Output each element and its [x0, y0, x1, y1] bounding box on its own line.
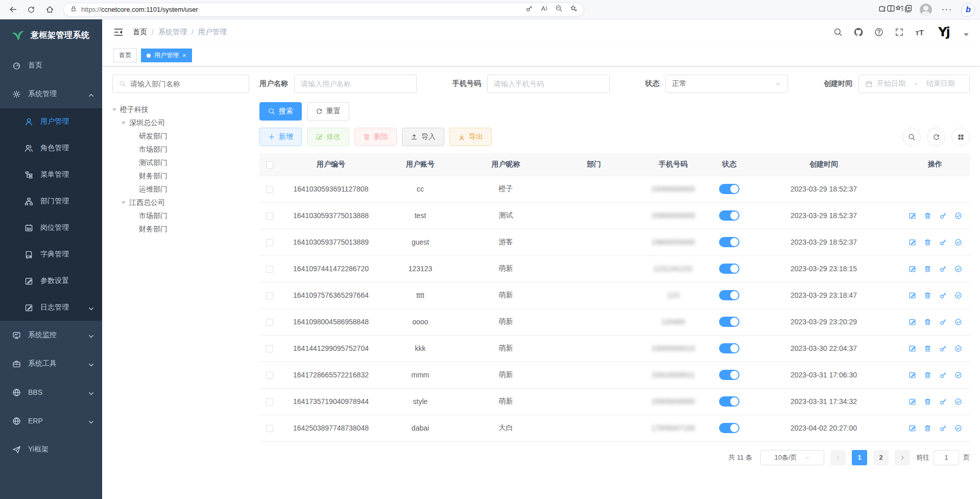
row-assign-role-icon[interactable]	[954, 318, 962, 326]
row-delete-icon[interactable]	[924, 398, 931, 406]
row-delete-icon[interactable]	[924, 371, 931, 379]
status-toggle[interactable]	[719, 317, 739, 327]
row-checkbox[interactable]	[266, 266, 273, 273]
bing-chat-icon[interactable]: b	[962, 3, 975, 16]
sidebar-collapse-icon[interactable]	[113, 27, 124, 37]
sidebar-logo[interactable]: 意框架管理系统	[0, 19, 102, 51]
sidebar-item-1[interactable]: 系统管理	[0, 80, 102, 108]
export-button[interactable]: 导出	[449, 128, 492, 146]
row-edit-icon[interactable]	[909, 345, 916, 352]
sidebar-item-5[interactable]: 部门管理	[0, 188, 102, 215]
row-assign-role-icon[interactable]	[954, 371, 962, 379]
row-reset-password-icon[interactable]	[939, 371, 947, 379]
status-select[interactable]: 正常	[665, 75, 788, 93]
table-search-toggle-button[interactable]	[902, 128, 921, 146]
tree-node[interactable]: 财务部门	[112, 170, 249, 183]
tree-node[interactable]: 市场部门	[112, 209, 249, 223]
tree-expand-icon[interactable]	[112, 108, 116, 111]
row-reset-password-icon[interactable]	[939, 265, 947, 273]
row-edit-icon[interactable]	[909, 239, 916, 246]
status-toggle[interactable]	[719, 184, 739, 194]
row-delete-icon[interactable]	[924, 318, 931, 326]
row-assign-role-icon[interactable]	[954, 424, 962, 432]
row-edit-icon[interactable]	[909, 398, 916, 406]
row-checkbox[interactable]	[266, 372, 273, 379]
row-edit-icon[interactable]	[909, 424, 916, 432]
page-size-select[interactable]: 10条/页	[760, 450, 824, 465]
read-aloud-icon[interactable]	[540, 5, 548, 14]
prev-page-button[interactable]	[830, 450, 846, 465]
tag-close-icon[interactable]: ×	[182, 52, 186, 59]
sidebar-item-9[interactable]: 日志管理	[0, 294, 102, 321]
goto-page-input[interactable]	[934, 450, 959, 465]
add-button[interactable]: 新增	[259, 128, 302, 146]
help-icon[interactable]	[874, 28, 883, 37]
row-checkbox[interactable]	[266, 319, 273, 326]
select-all-checkbox[interactable]	[266, 161, 273, 169]
browser-back-button[interactable]	[5, 2, 20, 17]
row-checkbox[interactable]	[266, 292, 273, 299]
status-toggle[interactable]	[719, 290, 739, 300]
reset-button[interactable]: 重置	[307, 102, 349, 121]
status-toggle[interactable]	[719, 423, 739, 433]
row-edit-icon[interactable]	[909, 292, 916, 299]
row-checkbox[interactable]	[266, 239, 273, 246]
tree-node[interactable]: 深圳总公司	[112, 116, 249, 130]
row-checkbox[interactable]	[266, 398, 273, 406]
row-reset-password-icon[interactable]	[939, 292, 947, 299]
extensions-icon[interactable]	[878, 4, 887, 15]
key-icon[interactable]	[525, 5, 533, 14]
status-toggle[interactable]	[719, 237, 739, 247]
tree-node[interactable]: 运维部门	[112, 183, 249, 196]
zoom-out-icon[interactable]	[555, 5, 563, 14]
sidebar-item-7[interactable]: 字典管理	[0, 241, 102, 268]
font-size-icon[interactable]: тT	[915, 28, 924, 37]
tree-node[interactable]: 财务部门	[112, 223, 249, 236]
sidebar-item-13[interactable]: ERP	[0, 407, 102, 435]
import-button[interactable]: 导入	[402, 128, 444, 146]
table-refresh-button[interactable]	[927, 128, 945, 146]
row-assign-role-icon[interactable]	[954, 212, 962, 220]
sidebar-item-6[interactable]: 岗位管理	[0, 215, 102, 241]
table-columns-button[interactable]	[951, 128, 970, 146]
address-bar[interactable]: https://ccnetcore.com:1101/system/user	[63, 3, 584, 17]
edit-button[interactable]: 修改	[307, 128, 349, 146]
row-reset-password-icon[interactable]	[939, 212, 947, 220]
row-reset-password-icon[interactable]	[939, 398, 947, 406]
row-delete-icon[interactable]	[924, 292, 931, 299]
status-toggle[interactable]	[719, 396, 739, 407]
header-search-icon[interactable]	[833, 28, 843, 37]
delete-button[interactable]: 删除	[354, 128, 397, 146]
collections-icon[interactable]	[904, 4, 913, 15]
phone-input[interactable]	[494, 80, 603, 88]
tag-user-management[interactable]: 用户管理 ×	[141, 49, 192, 62]
row-delete-icon[interactable]	[924, 212, 931, 220]
tree-expand-icon[interactable]	[122, 122, 126, 125]
row-delete-icon[interactable]	[924, 265, 931, 273]
breadcrumb-home[interactable]: 首页	[133, 28, 147, 37]
row-checkbox[interactable]	[266, 186, 273, 193]
page-button-2[interactable]: 2	[873, 450, 889, 465]
row-assign-role-icon[interactable]	[954, 265, 962, 273]
sidebar-item-3[interactable]: 角色管理	[0, 135, 102, 161]
sidebar-item-2[interactable]: 用户管理	[0, 108, 102, 135]
split-screen-icon[interactable]	[887, 4, 895, 15]
row-delete-icon[interactable]	[924, 239, 931, 246]
row-edit-icon[interactable]	[909, 371, 916, 379]
tree-expand-icon[interactable]	[122, 201, 126, 204]
search-button[interactable]: 搜索	[259, 102, 302, 121]
github-icon[interactable]	[854, 28, 863, 37]
sidebar-item-10[interactable]: 系统监控	[0, 321, 102, 349]
browser-home-button[interactable]	[42, 2, 57, 17]
tag-home[interactable]: 首页	[113, 49, 137, 62]
row-assign-role-icon[interactable]	[954, 292, 962, 299]
username-input[interactable]	[301, 80, 410, 88]
sidebar-item-4[interactable]: 菜单管理	[0, 161, 102, 188]
row-edit-icon[interactable]	[909, 318, 916, 326]
sidebar-item-12[interactable]: BBS	[0, 378, 102, 407]
tree-node[interactable]: 橙子科技	[112, 103, 249, 116]
tree-node[interactable]: 江西总公司	[112, 196, 249, 209]
status-toggle[interactable]	[719, 264, 739, 274]
sidebar-item-14[interactable]: Yi框架	[0, 435, 102, 464]
next-page-button[interactable]	[895, 450, 910, 465]
